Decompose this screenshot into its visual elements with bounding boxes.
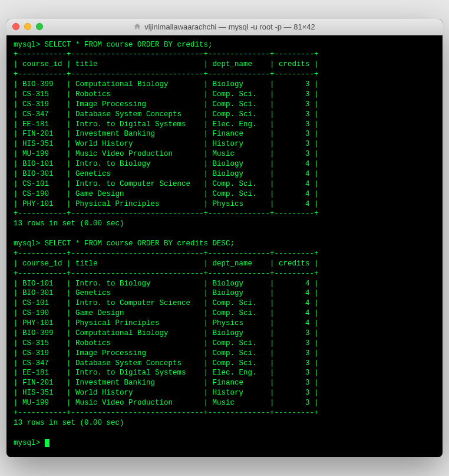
cursor [45,439,49,447]
window-title-text: vijinimallawaarachchi — mysql -u root -p… [144,22,315,31]
terminal-window: vijinimallawaarachchi — mysql -u root -p… [6,19,443,458]
prompt-line[interactable]: mysql> [14,439,49,447]
titlebar: vijinimallawaarachchi — mysql -u root -p… [6,19,443,35]
home-icon [134,23,141,30]
window-title: vijinimallawaarachchi — mysql -u root -p… [6,22,443,31]
prompt-text: mysql> [14,439,45,447]
terminal-body[interactable]: mysql> SELECT * FROM course ORDER BY cre… [6,35,443,458]
